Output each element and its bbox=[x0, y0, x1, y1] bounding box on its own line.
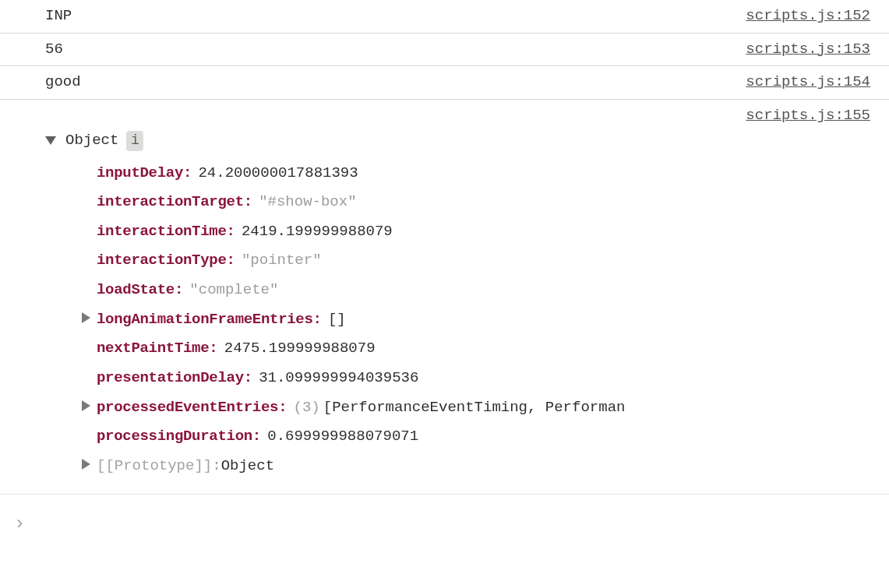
prop-key: interactionTime bbox=[97, 222, 227, 242]
prop-value: [] bbox=[328, 310, 346, 330]
source-link[interactable]: scripts.js:155 bbox=[746, 106, 870, 126]
prop-row: interactionTime: 2419.199999988079 bbox=[76, 217, 870, 247]
prop-value: 2419.199999988079 bbox=[242, 222, 393, 242]
prop-value: 24.200000017881393 bbox=[198, 164, 358, 184]
log-message: 56 bbox=[45, 40, 63, 60]
prop-key: processedEventEntries bbox=[97, 398, 278, 418]
prop-key: interactionType bbox=[97, 251, 227, 271]
prop-row: nextPaintTime: 2475.199999988079 bbox=[76, 334, 870, 364]
prototype-value: Object bbox=[221, 456, 274, 477]
prop-row[interactable]: processedEventEntries: (3) [PerformanceE… bbox=[76, 393, 870, 423]
array-preview: [PerformanceEventTiming, Performan bbox=[323, 398, 626, 418]
prop-key: interactionTarget bbox=[97, 192, 244, 213]
prototype-key: [[Prototype]] bbox=[97, 456, 212, 477]
prop-row: interactionTarget: "#show-box" bbox=[76, 188, 870, 217]
prop-key: longAnimationFrameEntries bbox=[97, 310, 313, 330]
prop-row: processingDuration: 0.699999988079071 bbox=[76, 422, 870, 452]
object-label: Object bbox=[65, 131, 118, 151]
prop-row: inputDelay: 24.200000017881393 bbox=[76, 159, 870, 188]
prop-value: 31.099999994039536 bbox=[259, 368, 418, 389]
prop-value: "#show-box" bbox=[259, 192, 356, 213]
source-link[interactable]: scripts.js:154 bbox=[746, 72, 870, 93]
source-link[interactable]: scripts.js:152 bbox=[746, 6, 870, 26]
prop-value: 2475.199999988079 bbox=[224, 339, 376, 359]
prop-key: inputDelay bbox=[97, 164, 183, 184]
prop-row[interactable]: longAnimationFrameEntries: [] bbox=[76, 305, 870, 335]
prop-key: presentationDelay bbox=[97, 368, 244, 389]
log-row: good scripts.js:154 bbox=[0, 66, 889, 100]
prop-row[interactable]: [[Prototype]]: Object bbox=[76, 452, 870, 481]
log-row: 56 scripts.js:153 bbox=[0, 33, 889, 67]
prop-value: "pointer" bbox=[242, 251, 322, 271]
source-link[interactable]: scripts.js:153 bbox=[746, 40, 870, 60]
prop-row: presentationDelay: 31.099999994039536 bbox=[76, 364, 870, 393]
console-prompt[interactable]: › bbox=[0, 495, 889, 544]
chevron-right-icon bbox=[82, 312, 90, 323]
array-count: (3) bbox=[294, 398, 320, 418]
prop-value: "complete" bbox=[189, 280, 278, 301]
chevron-right-icon bbox=[82, 459, 90, 470]
chevron-down-icon bbox=[45, 136, 56, 145]
log-row: INP scripts.js:152 bbox=[0, 0, 889, 33]
prop-value: 0.699999988079071 bbox=[267, 427, 418, 447]
object-properties: inputDelay: 24.200000017881393 interacti… bbox=[45, 159, 870, 481]
log-message: good bbox=[45, 72, 81, 93]
log-message: INP bbox=[45, 6, 72, 26]
object-header[interactable]: Object i bbox=[45, 131, 870, 151]
chevron-right-icon bbox=[82, 400, 90, 411]
prop-row: loadState: "complete" bbox=[76, 276, 870, 305]
prop-key: nextPaintTime bbox=[97, 339, 209, 359]
prop-row: interactionType: "pointer" bbox=[76, 246, 870, 276]
prop-key: loadState bbox=[97, 280, 175, 301]
prop-key: processingDuration bbox=[97, 427, 252, 447]
prompt-caret-icon: › bbox=[14, 513, 25, 534]
object-log: scripts.js:155 Object i inputDelay: 24.2… bbox=[0, 100, 889, 495]
info-icon[interactable]: i bbox=[126, 131, 143, 151]
